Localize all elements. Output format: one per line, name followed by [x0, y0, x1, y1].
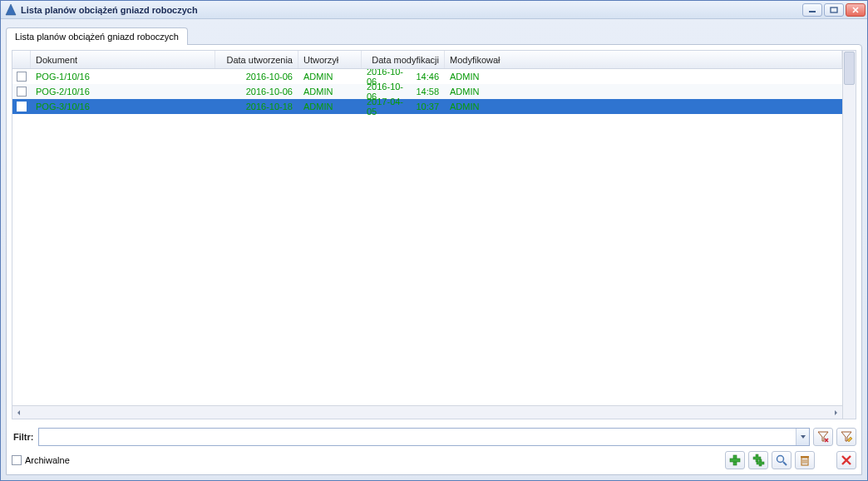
- svg-marker-3: [17, 410, 20, 415]
- titlebar: Lista planów obciążeń gniazd roboczych: [1, 1, 867, 19]
- table-row[interactable]: POG-3/10/162016-10-18ADMIN2017-04-0510:3…: [12, 99, 842, 114]
- grid-header: Dokument Data utworzenia Utworzył Data m…: [12, 51, 842, 69]
- window-buttons: [802, 3, 866, 17]
- window-title: Lista planów obciążeń gniazd roboczych: [21, 5, 802, 15]
- col-dokument[interactable]: Dokument: [31, 51, 215, 68]
- row-checkbox[interactable]: [17, 87, 27, 97]
- trash-icon: [798, 454, 811, 467]
- svg-rect-11: [753, 457, 761, 459]
- svg-marker-4: [835, 410, 837, 415]
- h-scrollbar[interactable]: [12, 405, 842, 419]
- cell-data-utworzenia: 2016-10-18: [215, 102, 298, 112]
- close-button[interactable]: [836, 451, 856, 469]
- toolbar: [725, 451, 856, 469]
- archival-label: Archiwalne: [25, 455, 70, 465]
- v-scroll-thumb[interactable]: [844, 52, 855, 85]
- filter-combo[interactable]: [38, 428, 810, 446]
- maximize-button[interactable]: [824, 3, 844, 17]
- cell-data-utworzenia: 2016-10-06: [215, 72, 298, 82]
- svg-marker-0: [6, 4, 16, 15]
- cell-modyfikowal: ADMIN: [445, 72, 842, 82]
- client-area: Lista planów obciążeń gniazd roboczych D…: [1, 19, 867, 480]
- col-data-utworzenia[interactable]: Data utworzenia: [215, 51, 298, 68]
- close-window-button[interactable]: [846, 3, 866, 17]
- minimize-button[interactable]: [802, 3, 822, 17]
- row-checkbox-cell[interactable]: [12, 87, 31, 97]
- archival-checkbox[interactable]: [12, 455, 22, 465]
- svg-rect-9: [730, 459, 740, 462]
- cell-data-utworzenia: 2016-10-06: [215, 87, 298, 97]
- close-icon: [840, 454, 853, 467]
- svg-rect-2: [831, 7, 837, 12]
- filter-label: Filtr:: [12, 432, 35, 442]
- scroll-left-icon[interactable]: [12, 406, 26, 419]
- main-panel: Dokument Data utworzenia Utworzył Data m…: [6, 44, 862, 475]
- tab-list[interactable]: Lista planów obciążeń gniazd roboczych: [6, 27, 188, 45]
- svg-marker-5: [801, 435, 806, 439]
- add-series-button[interactable]: [748, 451, 768, 469]
- filter-row: Filtr:: [7, 428, 861, 446]
- svg-rect-13: [757, 462, 764, 464]
- cell-modyfikowal: ADMIN: [445, 102, 842, 112]
- cell-dokument: POG-2/10/16: [31, 87, 215, 97]
- footer: Filtr:: [7, 424, 861, 474]
- delete-button[interactable]: [795, 451, 815, 469]
- grid: Dokument Data utworzenia Utworzył Data m…: [12, 50, 856, 419]
- col-checkbox[interactable]: [12, 51, 31, 68]
- plus-multi-icon: [752, 454, 765, 467]
- cell-utworzyl: ADMIN: [298, 87, 362, 97]
- svg-point-14: [777, 456, 784, 463]
- svg-rect-16: [801, 456, 809, 458]
- view-button[interactable]: [772, 451, 792, 469]
- chevron-down-icon[interactable]: [796, 429, 809, 445]
- add-button[interactable]: [725, 451, 745, 469]
- row-checkbox-cell[interactable]: [12, 72, 31, 82]
- scroll-right-icon[interactable]: [829, 406, 842, 419]
- table-row[interactable]: POG-2/10/162016-10-06ADMIN2016-10-0614:5…: [12, 84, 842, 99]
- grid-main: Dokument Data utworzenia Utworzył Data m…: [12, 51, 842, 419]
- app-icon: [4, 3, 17, 17]
- bottom-row: Archiwalne: [7, 451, 861, 474]
- tabstrip: Lista planów obciążeń gniazd roboczych: [6, 24, 862, 44]
- col-data-modyfikacji[interactable]: Data modyfikacji: [362, 51, 445, 68]
- clear-filter-button[interactable]: [813, 428, 833, 446]
- cell-data-mod-time: 10:37: [413, 102, 445, 112]
- col-utworzyl[interactable]: Utworzył: [298, 51, 362, 68]
- funnel-edit-icon: [840, 430, 853, 444]
- col-modyfikowal[interactable]: Modyfikował: [445, 51, 842, 68]
- cell-utworzyl: ADMIN: [298, 102, 362, 112]
- cell-data-mod-time: 14:46: [413, 72, 445, 82]
- cell-data-mod-time: 14:58: [413, 87, 445, 97]
- magnifier-icon: [775, 454, 788, 467]
- build-filter-button[interactable]: [836, 428, 856, 446]
- row-checkbox[interactable]: [17, 102, 27, 112]
- grid-body[interactable]: POG-1/10/162016-10-06ADMIN2016-10-0614:4…: [12, 69, 842, 405]
- cell-dokument: POG-3/10/16: [31, 102, 215, 112]
- cell-data-mod-date: 2017-04-05: [362, 97, 413, 117]
- table-row[interactable]: POG-1/10/162016-10-06ADMIN2016-10-0614:4…: [12, 69, 842, 84]
- cell-dokument: POG-1/10/16: [31, 72, 215, 82]
- v-scrollbar[interactable]: [842, 51, 856, 419]
- cell-utworzyl: ADMIN: [298, 72, 362, 82]
- row-checkbox-cell[interactable]: [12, 102, 31, 112]
- cell-modyfikowal: ADMIN: [445, 87, 842, 97]
- plus-icon: [728, 454, 742, 467]
- window: Lista planów obciążeń gniazd roboczych L…: [0, 0, 868, 481]
- funnel-clear-icon: [816, 430, 830, 444]
- archival-group: Archiwalne: [12, 455, 70, 465]
- svg-rect-1: [809, 11, 816, 12]
- row-checkbox[interactable]: [17, 72, 27, 82]
